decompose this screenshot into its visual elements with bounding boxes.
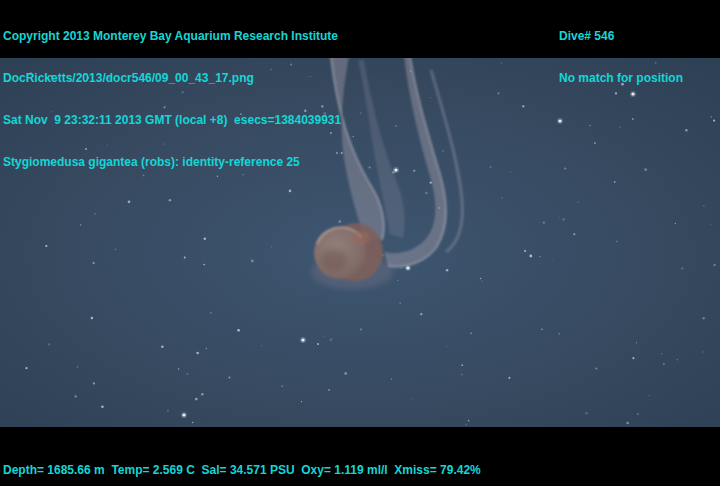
dive-number: Dive# 546 [559,29,683,43]
telemetry-line: Depth= 1685.66 m Temp= 2.569 C Sal= 34.5… [3,463,481,477]
filepath-line: DocRicketts/2013/docr546/09_00_43_17.png [3,71,341,85]
copyright-line: Copyright 2013 Monterey Bay Aquarium Res… [3,29,341,43]
video-frame: Copyright 2013 Monterey Bay Aquarium Res… [0,0,720,486]
timestamp-line: Sat Nov 9 23:32:11 2013 GMT (local +8) e… [3,113,341,127]
dive-info-overlay: Dive# 546 No match for position [559,1,683,113]
top-overlay: Copyright 2013 Monterey Bay Aquarium Res… [3,1,341,197]
annotation-line: Stygiomedusa gigantea (robs): identity-r… [3,155,341,169]
position-status: No match for position [559,71,683,85]
